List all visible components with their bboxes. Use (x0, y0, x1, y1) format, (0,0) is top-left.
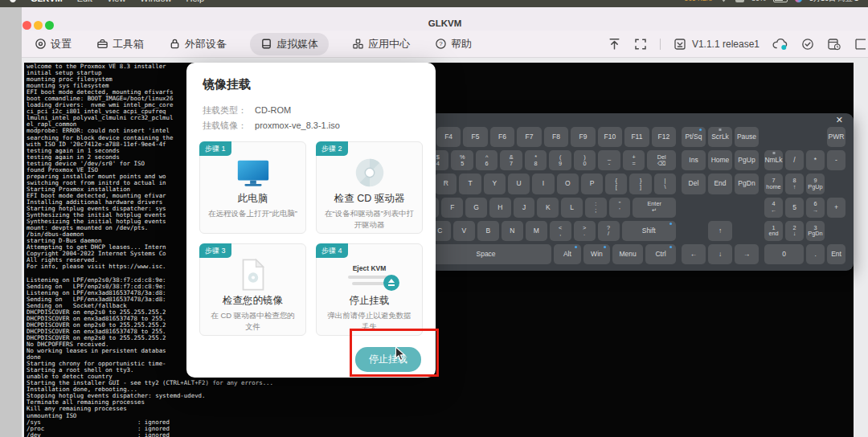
key-t[interactable]: T (459, 174, 481, 194)
key-enter[interactable]: Enter↵ (633, 198, 676, 218)
key-h[interactable]: H (489, 198, 511, 218)
key-[interactable]: → (735, 244, 759, 264)
key-[interactable]: %5 (451, 150, 473, 170)
key-win[interactable]: Win (583, 244, 611, 264)
toolbar-item-app-center[interactable]: 应用中心 (350, 33, 411, 55)
key-[interactable]: ↓ (708, 244, 732, 264)
key-[interactable]: {[ (605, 174, 627, 194)
key-i[interactable]: I (532, 174, 554, 194)
key-[interactable]: >. (574, 221, 596, 241)
key-f8[interactable]: F8 (544, 127, 568, 147)
key-home[interactable]: Home (708, 150, 732, 170)
cloud-status-icon[interactable] (772, 38, 788, 51)
menubar-item-help[interactable]: Help (186, 0, 204, 3)
key-ctrl[interactable]: Ctrl (645, 244, 676, 264)
toolbar-item-virtual-media[interactable]: 虚拟媒体 (250, 33, 329, 55)
key-ent[interactable]: Ent (827, 244, 845, 264)
toolbar-item-external-device[interactable]: 外部设备 (167, 33, 228, 55)
key-b[interactable]: B (477, 221, 499, 241)
menubar-app-name[interactable]: GLKVM (31, 0, 63, 3)
key-k[interactable]: K (537, 198, 559, 218)
key-u[interactable]: U (508, 174, 530, 194)
key-f12[interactable]: F12 (652, 127, 676, 147)
key-pgup[interactable]: PgUp (735, 150, 759, 170)
key-[interactable]: }] (629, 174, 651, 194)
key-8[interactable]: 8↑ (785, 174, 804, 194)
keyboard-panel-icon[interactable] (854, 38, 866, 51)
key-g[interactable]: G (465, 198, 487, 218)
key-l[interactable]: L (561, 198, 583, 218)
key-pgdn[interactable]: PgDn (735, 174, 759, 194)
key-end[interactable]: End (708, 174, 732, 194)
key-r[interactable]: R (435, 174, 457, 194)
key-0[interactable]: 0 (764, 244, 804, 264)
apple-logo-icon[interactable] (10, 0, 16, 2)
key-j[interactable]: J (514, 198, 535, 218)
key-y[interactable]: Y (484, 174, 506, 194)
key-[interactable]: + (827, 198, 845, 218)
key-v[interactable]: V (453, 221, 475, 241)
key-f6[interactable]: F6 (490, 127, 514, 147)
key-f7[interactable]: F7 (517, 127, 541, 147)
fullscreen-icon[interactable] (634, 38, 647, 51)
key-n[interactable]: N (502, 221, 523, 241)
key-[interactable]: ^6 (476, 150, 497, 170)
key-alt[interactable]: Alt (554, 244, 581, 264)
key-[interactable]: "' (609, 198, 631, 218)
upload-icon[interactable] (608, 37, 621, 51)
key-[interactable]: ?/ (598, 221, 620, 241)
menubar-date[interactable]: 5月16日 周五 1 (809, 0, 858, 4)
key-f10[interactable]: F10 (598, 127, 622, 147)
menubar-item-view[interactable]: View (107, 0, 126, 3)
toolbar-item-toolbox[interactable]: 工具箱 (95, 33, 145, 55)
key-f5[interactable]: F5 (463, 127, 487, 147)
toolbar-item-settings[interactable]: 设置 (33, 33, 73, 55)
key-[interactable]: )0 (574, 150, 596, 170)
key-[interactable]: _- (598, 150, 620, 170)
key-pause[interactable]: Pause (735, 127, 759, 147)
key-[interactable]: |\ (654, 174, 676, 194)
menubar-item-edit[interactable]: Edit (77, 0, 92, 3)
key-f11[interactable]: F11 (624, 127, 649, 147)
key-6[interactable]: 6→ (806, 198, 825, 218)
storage-history-icon[interactable] (827, 38, 841, 51)
key-5[interactable]: 5 (785, 198, 804, 218)
key-nmlk[interactable]: NmLk (764, 150, 783, 170)
key-4[interactable]: 4← (764, 198, 783, 218)
key-3[interactable]: 3PgDn (806, 221, 825, 241)
key-space[interactable]: Space (420, 244, 551, 264)
toolbar-item-help[interactable]: ?帮助 (433, 33, 473, 55)
key-del[interactable]: Del (682, 174, 706, 194)
key-[interactable]: <, (550, 221, 571, 241)
key-pwr[interactable]: PWR (827, 127, 845, 147)
key-f4[interactable]: F4 (436, 127, 461, 147)
key-f9[interactable]: F9 (571, 127, 595, 147)
key-1[interactable]: 1end (764, 221, 783, 241)
key-menu[interactable]: Menu (612, 244, 643, 264)
keyboard-close-icon[interactable]: ✕ (836, 114, 843, 125)
key-[interactable]: :; (585, 198, 607, 218)
wifi-icon[interactable] (719, 0, 728, 2)
key-[interactable]: / (785, 150, 804, 170)
menubar-item-window[interactable]: Window (140, 0, 171, 3)
key-f[interactable]: F (441, 198, 463, 218)
key-ins[interactable]: Ins (682, 150, 706, 170)
key-9[interactable]: 9PgUp (806, 174, 825, 194)
key-[interactable]: - (827, 150, 845, 170)
key-del[interactable]: Del⌫ (647, 150, 676, 170)
key-[interactable]: &7 (500, 150, 522, 170)
key-ptsq[interactable]: Pt/Sq (682, 127, 706, 147)
key-p[interactable]: P (581, 174, 603, 194)
key-shift[interactable]: Shift (622, 221, 676, 241)
update-check-icon[interactable] (674, 38, 686, 51)
siri-icon[interactable] (795, 0, 802, 2)
key-[interactable]: ↑ (708, 221, 732, 241)
key-[interactable]: * (806, 150, 825, 170)
key-m[interactable]: M (526, 221, 547, 241)
key-[interactable]: *8 (525, 150, 547, 170)
key-[interactable]: (9 (549, 150, 571, 170)
key-[interactable]: += (623, 150, 645, 170)
key-[interactable]: ← (682, 244, 706, 264)
key-7[interactable]: 7home (764, 174, 783, 194)
screen-mirroring-icon[interactable] (735, 0, 744, 2)
